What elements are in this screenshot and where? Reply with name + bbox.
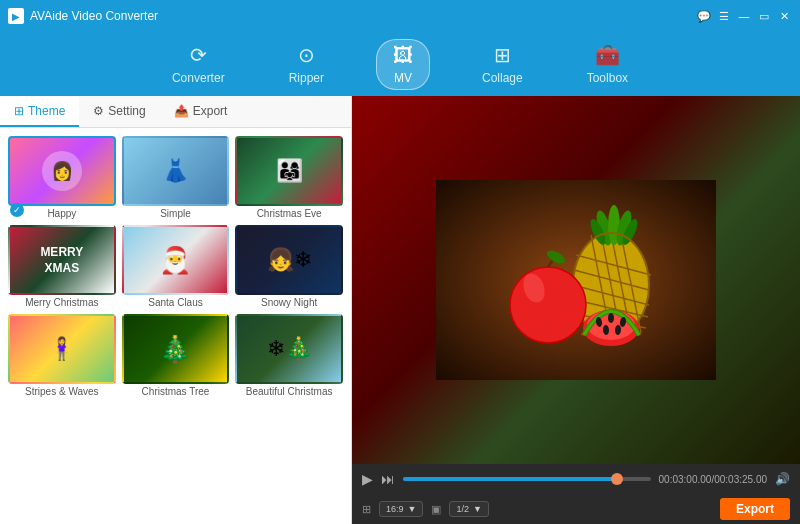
export-icon: 📤 <box>174 104 189 118</box>
theme-item-merry-christmas[interactable]: MERRY XMAS Merry Christmas <box>8 225 116 308</box>
export-button[interactable]: Export <box>720 498 790 520</box>
title-bar-left: ▶ AVAide Video Converter <box>8 8 158 24</box>
right-panel: ▶ ⏭ 00:03:00.00/00:03:25.00 🔊 ⊞ 16:9 ▼ ▣… <box>352 96 800 524</box>
theme-label-simple: Simple <box>160 208 191 219</box>
tab-export-label: Export <box>193 104 228 118</box>
menu-icon[interactable]: ☰ <box>716 8 732 24</box>
panel-tabs: ⊞ Theme ⚙ Setting 📤 Export <box>0 96 351 128</box>
close-button[interactable]: ✕ <box>776 8 792 24</box>
progress-bar[interactable] <box>403 477 651 481</box>
nav-bar: ⟳ Converter ⊙ Ripper 🖼 MV ⊞ Collage 🧰 To… <box>0 32 800 96</box>
theme-label-christmas-tree: Christmas Tree <box>142 386 210 397</box>
theme-grid-icon: ⊞ <box>14 104 24 118</box>
tab-setting-label: Setting <box>108 104 145 118</box>
theme-label-happy: Happy <box>47 208 76 219</box>
time-display: 00:03:00.00/00:03:25.00 <box>659 474 767 485</box>
minimize-button[interactable]: — <box>736 8 752 24</box>
quality-icon: ▣ <box>431 503 441 516</box>
theme-label-christmas-eve: Christmas Eve <box>257 208 322 219</box>
theme-label-beautiful-christmas: Beautiful Christmas <box>246 386 333 397</box>
toolbox-icon: 🧰 <box>595 43 620 67</box>
theme-item-christmas-tree[interactable]: 🎄 Christmas Tree <box>122 314 230 397</box>
time-current: 00:03:00.00 <box>659 474 712 485</box>
theme-item-christmas-eve[interactable]: 👨‍👩‍👧 Christmas Eve <box>235 136 343 219</box>
theme-grid: 👩 ✓ Happy 👗 Simple 👨‍👩‍👧 <box>0 128 351 524</box>
theme-item-simple[interactable]: 👗 Simple <box>122 136 230 219</box>
fruit-scene <box>352 96 800 464</box>
progress-fill <box>403 477 618 481</box>
nav-converter[interactable]: ⟳ Converter <box>160 39 237 89</box>
theme-label-stripes-waves: Stripes & Waves <box>25 386 99 397</box>
window-controls: 💬 ☰ — ▭ ✕ <box>696 8 792 24</box>
nav-ripper-label: Ripper <box>289 71 324 85</box>
theme-item-stripes-waves[interactable]: 🧍‍♀️ Stripes & Waves <box>8 314 116 397</box>
theme-item-beautiful-christmas[interactable]: ❄🎄 Beautiful Christmas <box>235 314 343 397</box>
nav-toolbox-label: Toolbox <box>587 71 628 85</box>
nav-toolbox[interactable]: 🧰 Toolbox <box>575 39 640 89</box>
app-title: AVAide Video Converter <box>30 9 158 23</box>
nav-collage-label: Collage <box>482 71 523 85</box>
video-controls: ▶ ⏭ 00:03:00.00/00:03:25.00 🔊 <box>352 464 800 494</box>
aspect-label: ⊞ <box>362 503 371 516</box>
theme-thumb-christmas-tree: 🎄 <box>122 314 230 384</box>
theme-thumb-happy: 👩 <box>8 136 116 206</box>
mv-icon: 🖼 <box>393 44 413 67</box>
setting-icon: ⚙ <box>93 104 104 118</box>
theme-thumb-stripes-waves: 🧍‍♀️ <box>8 314 116 384</box>
collage-icon: ⊞ <box>494 43 511 67</box>
quality-chevron: ▼ <box>473 504 482 514</box>
nav-mv[interactable]: 🖼 MV <box>376 39 430 90</box>
fruit-svg <box>436 180 716 380</box>
format-bar: ⊞ 16:9 ▼ ▣ 1/2 ▼ Export <box>352 494 800 524</box>
converter-icon: ⟳ <box>190 43 207 67</box>
nav-collage[interactable]: ⊞ Collage <box>470 39 535 89</box>
theme-item-happy[interactable]: 👩 ✓ Happy <box>8 136 116 219</box>
main-content: ⊞ Theme ⚙ Setting 📤 Export 👩 ✓ <box>0 96 800 524</box>
tab-export[interactable]: 📤 Export <box>160 96 242 127</box>
video-preview <box>352 96 800 464</box>
theme-thumb-christmas-eve: 👨‍👩‍👧 <box>235 136 343 206</box>
tab-setting[interactable]: ⚙ Setting <box>79 96 159 127</box>
app-icon: ▶ <box>8 8 24 24</box>
next-button[interactable]: ⏭ <box>381 471 395 487</box>
aspect-ratio-value: 16:9 <box>386 504 404 514</box>
theme-thumb-simple: 👗 <box>122 136 230 206</box>
theme-item-santa-claus[interactable]: 🎅 Santa Claus <box>122 225 230 308</box>
theme-label-santa-claus: Santa Claus <box>148 297 202 308</box>
nav-converter-label: Converter <box>172 71 225 85</box>
left-panel: ⊞ Theme ⚙ Setting 📤 Export 👩 ✓ <box>0 96 352 524</box>
quality-value: 1/2 <box>456 504 469 514</box>
tab-theme-label: Theme <box>28 104 65 118</box>
aspect-ratio-chevron: ▼ <box>408 504 417 514</box>
theme-label-merry-christmas: Merry Christmas <box>25 297 98 308</box>
tab-theme[interactable]: ⊞ Theme <box>0 96 79 127</box>
theme-thumb-santa-claus: 🎅 <box>122 225 230 295</box>
theme-thumb-merry-christmas: MERRY XMAS <box>8 225 116 295</box>
selected-badge: ✓ <box>10 203 24 217</box>
chat-icon[interactable]: 💬 <box>696 8 712 24</box>
quality-select[interactable]: 1/2 ▼ <box>449 501 488 517</box>
nav-ripper[interactable]: ⊙ Ripper <box>277 39 336 89</box>
theme-thumb-snowy-night: 👧❄ <box>235 225 343 295</box>
maximize-button[interactable]: ▭ <box>756 8 772 24</box>
theme-label-snowy-night: Snowy Night <box>261 297 317 308</box>
svg-point-24 <box>608 313 614 323</box>
theme-item-snowy-night[interactable]: 👧❄ Snowy Night <box>235 225 343 308</box>
volume-icon[interactable]: 🔊 <box>775 472 790 486</box>
ripper-icon: ⊙ <box>298 43 315 67</box>
time-total: 00:03:25.00 <box>714 474 767 485</box>
nav-mv-label: MV <box>394 71 412 85</box>
theme-thumb-beautiful-christmas: ❄🎄 <box>235 314 343 384</box>
aspect-ratio-select[interactable]: 16:9 ▼ <box>379 501 423 517</box>
title-bar: ▶ AVAide Video Converter 💬 ☰ — ▭ ✕ <box>0 0 800 32</box>
play-button[interactable]: ▶ <box>362 471 373 487</box>
